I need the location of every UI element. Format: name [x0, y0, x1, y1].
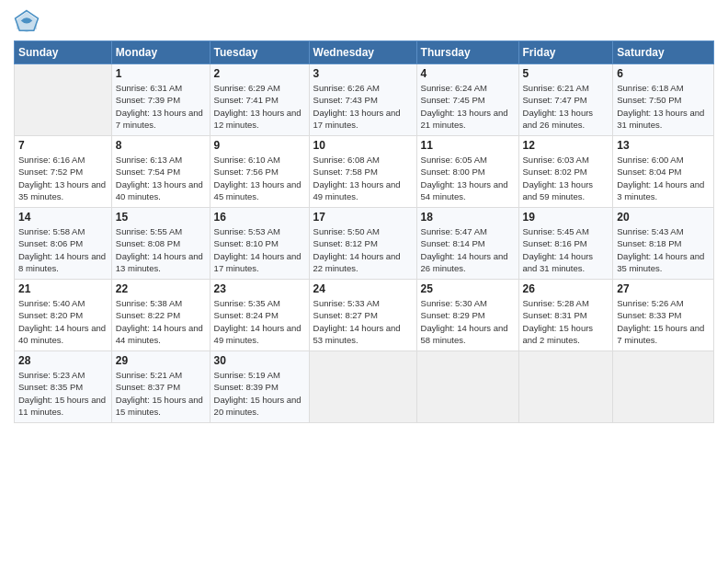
day-number: 20 [617, 211, 710, 224]
calendar-cell: 20Sunrise: 5:43 AMSunset: 8:18 PMDayligh… [613, 208, 714, 280]
day-number: 16 [214, 211, 305, 224]
calendar-cell: 27Sunrise: 5:26 AMSunset: 8:33 PMDayligh… [613, 280, 714, 351]
calendar-cell [518, 351, 613, 423]
day-info: Sunrise: 5:33 AMSunset: 8:27 PMDaylight:… [313, 297, 413, 346]
day-number: 24 [313, 282, 413, 295]
day-number: 25 [421, 282, 515, 295]
day-number: 1 [116, 67, 206, 80]
calendar-cell: 21Sunrise: 5:40 AMSunset: 8:20 PMDayligh… [15, 280, 112, 351]
day-number: 27 [617, 282, 710, 295]
weekday-header: Friday [518, 41, 613, 64]
day-info: Sunrise: 6:21 AMSunset: 7:47 PMDaylight:… [523, 82, 609, 131]
calendar-week-row: 1Sunrise: 6:31 AMSunset: 7:39 PMDaylight… [15, 64, 714, 136]
calendar-table: SundayMondayTuesdayWednesdayThursdayFrid… [14, 40, 714, 423]
logo [14, 9, 43, 35]
day-number: 6 [617, 67, 710, 80]
day-info: Sunrise: 6:29 AMSunset: 7:41 PMDaylight:… [214, 82, 305, 131]
day-info: Sunrise: 6:16 AMSunset: 7:52 PMDaylight:… [18, 154, 108, 202]
calendar-cell: 13Sunrise: 6:00 AMSunset: 8:04 PMDayligh… [613, 136, 714, 208]
calendar-cell: 23Sunrise: 5:35 AMSunset: 8:24 PMDayligh… [210, 280, 309, 351]
day-info: Sunrise: 6:08 AMSunset: 7:58 PMDaylight:… [313, 154, 413, 202]
calendar-cell: 6Sunrise: 6:18 AMSunset: 7:50 PMDaylight… [613, 64, 714, 136]
day-number: 5 [523, 67, 609, 80]
calendar-cell: 16Sunrise: 5:53 AMSunset: 8:10 PMDayligh… [210, 208, 309, 280]
day-number: 21 [18, 282, 108, 295]
day-number: 8 [116, 139, 206, 152]
day-number: 23 [214, 282, 305, 295]
day-info: Sunrise: 5:35 AMSunset: 8:24 PMDaylight:… [214, 297, 305, 346]
day-info: Sunrise: 6:13 AMSunset: 7:54 PMDaylight:… [116, 154, 206, 202]
day-number: 12 [523, 139, 609, 152]
day-number: 4 [421, 67, 515, 80]
day-info: Sunrise: 5:45 AMSunset: 8:16 PMDaylight:… [523, 225, 609, 274]
day-number: 14 [18, 211, 108, 224]
day-info: Sunrise: 5:53 AMSunset: 8:10 PMDaylight:… [214, 225, 305, 274]
day-info: Sunrise: 6:00 AMSunset: 8:04 PMDaylight:… [617, 154, 710, 202]
day-number: 29 [116, 354, 206, 367]
logo-icon [14, 9, 40, 35]
calendar-cell: 28Sunrise: 5:23 AMSunset: 8:35 PMDayligh… [15, 351, 112, 423]
calendar-week-row: 7Sunrise: 6:16 AMSunset: 7:52 PMDaylight… [15, 136, 714, 208]
day-number: 9 [214, 139, 305, 152]
calendar-cell: 10Sunrise: 6:08 AMSunset: 7:58 PMDayligh… [309, 136, 416, 208]
day-number: 18 [421, 211, 515, 224]
calendar-cell: 26Sunrise: 5:28 AMSunset: 8:31 PMDayligh… [518, 280, 613, 351]
weekday-header: Saturday [613, 41, 714, 64]
calendar-cell: 9Sunrise: 6:10 AMSunset: 7:56 PMDaylight… [210, 136, 309, 208]
calendar-week-row: 28Sunrise: 5:23 AMSunset: 8:35 PMDayligh… [15, 351, 714, 423]
day-info: Sunrise: 6:24 AMSunset: 7:45 PMDaylight:… [421, 82, 515, 131]
calendar-cell: 18Sunrise: 5:47 AMSunset: 8:14 PMDayligh… [416, 208, 518, 280]
calendar-cell: 3Sunrise: 6:26 AMSunset: 7:43 PMDaylight… [309, 64, 416, 136]
day-number: 22 [116, 282, 206, 295]
calendar-cell: 2Sunrise: 6:29 AMSunset: 7:41 PMDaylight… [210, 64, 309, 136]
calendar-cell [15, 64, 112, 136]
day-info: Sunrise: 5:23 AMSunset: 8:35 PMDaylight:… [18, 369, 108, 418]
calendar-cell: 25Sunrise: 5:30 AMSunset: 8:29 PMDayligh… [416, 280, 518, 351]
calendar-cell: 30Sunrise: 5:19 AMSunset: 8:39 PMDayligh… [210, 351, 309, 423]
day-number: 30 [214, 354, 305, 367]
day-info: Sunrise: 5:28 AMSunset: 8:31 PMDaylight:… [523, 297, 609, 346]
calendar-cell: 8Sunrise: 6:13 AMSunset: 7:54 PMDaylight… [111, 136, 210, 208]
day-info: Sunrise: 6:31 AMSunset: 7:39 PMDaylight:… [116, 82, 206, 131]
calendar-cell: 11Sunrise: 6:05 AMSunset: 8:00 PMDayligh… [416, 136, 518, 208]
weekday-header: Monday [111, 41, 210, 64]
calendar-cell: 4Sunrise: 6:24 AMSunset: 7:45 PMDaylight… [416, 64, 518, 136]
day-info: Sunrise: 5:43 AMSunset: 8:18 PMDaylight:… [617, 225, 710, 274]
weekday-header: Wednesday [309, 41, 416, 64]
day-info: Sunrise: 5:55 AMSunset: 8:08 PMDaylight:… [116, 225, 206, 274]
day-number: 13 [617, 139, 710, 152]
day-number: 19 [523, 211, 609, 224]
day-info: Sunrise: 6:18 AMSunset: 7:50 PMDaylight:… [617, 82, 710, 131]
day-number: 17 [313, 211, 413, 224]
day-number: 11 [421, 139, 515, 152]
calendar-week-row: 21Sunrise: 5:40 AMSunset: 8:20 PMDayligh… [15, 280, 714, 351]
calendar-cell: 22Sunrise: 5:38 AMSunset: 8:22 PMDayligh… [111, 280, 210, 351]
calendar-cell: 12Sunrise: 6:03 AMSunset: 8:02 PMDayligh… [518, 136, 613, 208]
calendar-cell: 14Sunrise: 5:58 AMSunset: 8:06 PMDayligh… [15, 208, 112, 280]
day-info: Sunrise: 6:26 AMSunset: 7:43 PMDaylight:… [313, 82, 413, 131]
day-info: Sunrise: 5:19 AMSunset: 8:39 PMDaylight:… [214, 369, 305, 418]
weekday-row: SundayMondayTuesdayWednesdayThursdayFrid… [15, 41, 714, 64]
calendar-cell: 17Sunrise: 5:50 AMSunset: 8:12 PMDayligh… [309, 208, 416, 280]
day-number: 10 [313, 139, 413, 152]
calendar-cell [613, 351, 714, 423]
weekday-header: Tuesday [210, 41, 309, 64]
page-container: SundayMondayTuesdayWednesdayThursdayFrid… [0, 0, 728, 432]
weekday-header: Thursday [416, 41, 518, 64]
day-info: Sunrise: 5:30 AMSunset: 8:29 PMDaylight:… [421, 297, 515, 346]
day-info: Sunrise: 5:40 AMSunset: 8:20 PMDaylight:… [18, 297, 108, 346]
calendar-cell: 19Sunrise: 5:45 AMSunset: 8:16 PMDayligh… [518, 208, 613, 280]
calendar-cell [309, 351, 416, 423]
day-info: Sunrise: 5:50 AMSunset: 8:12 PMDaylight:… [313, 225, 413, 274]
day-info: Sunrise: 5:26 AMSunset: 8:33 PMDaylight:… [617, 297, 710, 346]
day-info: Sunrise: 5:58 AMSunset: 8:06 PMDaylight:… [18, 225, 108, 274]
day-info: Sunrise: 5:21 AMSunset: 8:37 PMDaylight:… [116, 369, 206, 418]
day-number: 2 [214, 67, 305, 80]
calendar-cell: 24Sunrise: 5:33 AMSunset: 8:27 PMDayligh… [309, 280, 416, 351]
calendar-cell: 1Sunrise: 6:31 AMSunset: 7:39 PMDaylight… [111, 64, 210, 136]
header [14, 9, 714, 35]
calendar-cell: 29Sunrise: 5:21 AMSunset: 8:37 PMDayligh… [111, 351, 210, 423]
calendar-cell [416, 351, 518, 423]
day-number: 7 [18, 139, 108, 152]
calendar-header: SundayMondayTuesdayWednesdayThursdayFrid… [15, 41, 714, 64]
